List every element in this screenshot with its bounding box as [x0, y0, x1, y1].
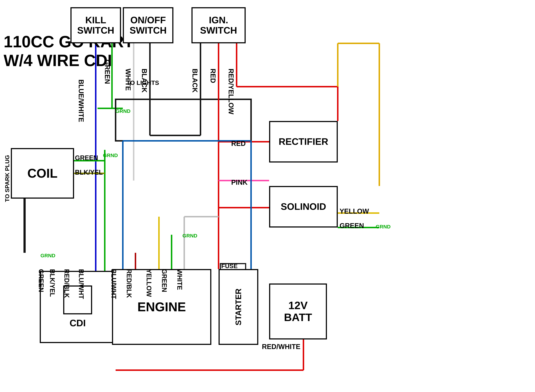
rectifier-box: RECTIFIER: [269, 121, 338, 163]
eng-white-label: WHITE: [176, 269, 183, 290]
spark-plug-label: TO SPARK PLUG: [4, 155, 11, 202]
coil-blkyel-label: BLK/YEL: [75, 169, 103, 176]
red-white-label: RED/WHITE: [262, 343, 300, 351]
red-rect-label: RED: [231, 140, 246, 148]
eng-redblk-label: RED/BLK: [125, 269, 133, 298]
coil-green-label: GREEN: [75, 154, 98, 162]
spark-plug-wire: [23, 199, 26, 253]
starter-box: STARTER: [219, 269, 258, 345]
cdi-redblk-label: RED/BLK: [63, 269, 70, 298]
cdi-blkyel-label: BLK/YEL: [48, 269, 56, 297]
eng-yellow-label: YELLOW: [145, 269, 153, 297]
black-ign-label: BLACK: [191, 69, 199, 93]
eng-bluwht-label: BLU/WHT: [110, 269, 117, 299]
sol-green-grnd: GRND: [376, 224, 390, 230]
blue-white-label: BLUE/WHITE: [77, 79, 85, 122]
cdi-green-label: GREEN: [37, 269, 45, 292]
yellow-sol-label: YELLOW: [340, 208, 369, 215]
battery-box: 12V BATT: [269, 284, 327, 340]
fuse-label: FUSE: [221, 263, 238, 269]
ign-switch-box: IGN. SWITCH: [192, 7, 246, 43]
wiring-diagram: 110CC GO KART W/4 WIRE CDI COIL TO SPARK…: [0, 0, 535, 392]
solinoid-box: SOLINOID: [269, 186, 338, 228]
pink-label: PINK: [231, 179, 248, 186]
coil-box: COIL: [11, 148, 74, 199]
cdi-green-grnd: GRND: [40, 253, 55, 259]
green-sol-label: GREEN: [340, 222, 364, 230]
eng-green-label: GREEN: [160, 269, 168, 292]
eng-green-grnd: GRND: [183, 233, 197, 239]
black-onoff-label: BLACK: [140, 69, 148, 93]
onoff-switch-box: ON/OFF SWITCH: [123, 7, 174, 43]
coil-green-grnd: GRND: [103, 153, 118, 158]
red-ign-label: RED: [209, 69, 217, 83]
kill-grnd: GRND: [116, 108, 130, 114]
green-kill-label: GREEN: [103, 60, 111, 84]
red-yellow-label: RED/YELLOW: [227, 69, 235, 114]
kill-switch-box: KILL SWITCH: [70, 7, 121, 43]
cdi-bluwht-label: BLU/WHT: [77, 269, 85, 299]
